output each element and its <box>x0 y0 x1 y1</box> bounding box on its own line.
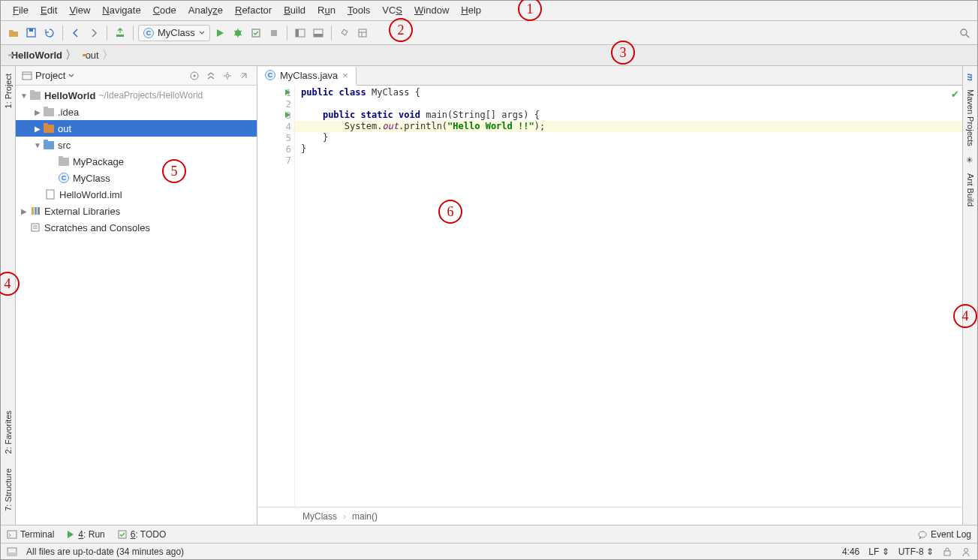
coverage-button[interactable] <box>248 25 264 41</box>
svg-rect-7 <box>296 29 299 37</box>
settings-button[interactable] <box>221 69 234 83</box>
menu-run[interactable]: Run <box>311 3 342 17</box>
tree-node-scratches[interactable]: Scratches and Consoles <box>16 219 257 236</box>
breadcrumb[interactable]: out 〉 <box>80 47 116 64</box>
menu-view[interactable]: View <box>63 3 96 17</box>
open-button[interactable] <box>5 25 22 41</box>
svg-rect-5 <box>271 30 277 36</box>
tool-window-project-button[interactable]: 1: Project <box>2 69 14 113</box>
expand-arrow-icon[interactable]: ▶ <box>32 125 43 133</box>
sync-button[interactable] <box>41 25 58 41</box>
tool-window-structure-button[interactable]: 7: Structure <box>2 464 14 516</box>
breadcrumb-item[interactable]: MyClass <box>302 511 337 522</box>
tree-node[interactable]: MyPackage <box>16 153 257 170</box>
separator <box>62 26 63 41</box>
back-button[interactable] <box>68 25 84 41</box>
toolbar: C MyClass <box>1 21 977 45</box>
tree-node-hint: ~/IdeaProjects/HelloWorld <box>98 90 203 101</box>
build-button[interactable] <box>112 25 128 41</box>
tree-node-label: MyPackage <box>73 156 124 167</box>
project-tree[interactable]: ▼ HelloWorld ~/IdeaProjects/HelloWorld ▶… <box>16 86 257 525</box>
project-structure-button[interactable] <box>354 25 371 41</box>
svg-point-3 <box>235 30 241 36</box>
expand-arrow-icon[interactable]: ▶ <box>19 207 29 215</box>
iml-icon <box>44 188 56 200</box>
menu-window[interactable]: Window <box>408 3 455 17</box>
tree-node[interactable]: ▼ src <box>16 137 257 153</box>
tree-node[interactable]: C MyClass <box>16 170 257 186</box>
settings-button[interactable] <box>336 25 353 41</box>
editor-tab[interactable]: C MyClass.java × <box>257 67 357 86</box>
event-log-icon <box>917 529 928 540</box>
hide-button[interactable] <box>237 69 251 83</box>
debug-button[interactable] <box>230 25 246 41</box>
menu-refactor[interactable]: Refactor <box>229 3 278 17</box>
left-tool-strip: 1: Project 2: Favorites 7: Structure <box>1 66 16 525</box>
menu-analyze[interactable]: Analyze <box>182 3 229 17</box>
bottom-tool-bar: Terminal 4: Run 6: TODO Event Log <box>1 525 977 543</box>
search-everywhere-button[interactable] <box>956 25 973 41</box>
tree-node[interactable]: ▶ .idea <box>16 104 257 120</box>
editor-gutter[interactable]: 1234567 <box>257 86 295 507</box>
menu-navigate[interactable]: Navigate <box>96 3 146 17</box>
tool-window-maven-button[interactable]: m Maven Projects <box>964 69 976 151</box>
expand-arrow-icon[interactable]: ▼ <box>19 92 29 100</box>
breadcrumb-label: out <box>86 50 99 61</box>
breadcrumb-item[interactable]: main() <box>352 511 378 522</box>
folder-icon <box>29 89 41 101</box>
tree-node-external-libraries[interactable]: ▶ External Libraries <box>16 203 257 219</box>
tree-node[interactable]: HelloWorld.iml <box>16 186 257 203</box>
editor-code[interactable]: public class MyClass { public static voi… <box>295 86 962 507</box>
collapse-all-button[interactable] <box>204 69 218 83</box>
tree-node-label: .idea <box>58 107 79 118</box>
svg-rect-23 <box>38 207 40 215</box>
svg-rect-10 <box>359 29 366 37</box>
tool-window-ant-button[interactable]: ✳ Ant Build <box>964 151 976 211</box>
tree-node-label: Scratches and Consoles <box>44 222 150 233</box>
editor[interactable]: 1234567 public class MyClass { public st… <box>257 86 962 507</box>
svg-rect-20 <box>47 190 54 199</box>
layout-button-2[interactable] <box>310 25 327 41</box>
stop-button[interactable] <box>266 25 282 41</box>
expand-arrow-icon[interactable]: ▶ <box>32 108 43 116</box>
menu-code[interactable]: Code <box>147 3 182 17</box>
svg-rect-9 <box>314 34 323 37</box>
close-icon[interactable]: × <box>342 70 348 81</box>
cursor-position[interactable]: 4:46 <box>842 546 859 557</box>
tool-window-terminal-button[interactable]: Terminal <box>7 529 54 540</box>
tree-node-label: External Libraries <box>44 206 120 217</box>
event-log-button[interactable]: Event Log <box>917 529 971 540</box>
hector-icon[interactable] <box>961 546 971 557</box>
menu-build[interactable]: Build <box>278 3 311 17</box>
tool-window-favorites-button[interactable]: 2: Favorites <box>2 406 14 458</box>
forward-button[interactable] <box>86 25 102 41</box>
tree-node-label: MyClass <box>73 173 110 184</box>
layout-button-1[interactable] <box>292 25 308 41</box>
expand-arrow-icon[interactable]: ▼ <box>32 141 43 149</box>
separator <box>331 26 332 41</box>
menu-edit[interactable]: Edit <box>35 3 63 17</box>
tool-window-run-button[interactable]: 4: Run <box>66 529 104 540</box>
breadcrumb[interactable]: HelloWorld 〉 <box>5 47 80 64</box>
status-icon[interactable] <box>7 546 17 557</box>
lock-icon[interactable] <box>943 546 952 557</box>
library-icon <box>29 205 41 217</box>
tree-node-root[interactable]: ▼ HelloWorld ~/IdeaProjects/HelloWorld <box>16 87 257 104</box>
tool-window-todo-button[interactable]: 6: TODO <box>117 529 167 540</box>
tree-node-selected[interactable]: ▶ out <box>16 120 257 137</box>
run-button[interactable] <box>212 25 228 41</box>
menu-tools[interactable]: Tools <box>342 3 376 17</box>
menu-help[interactable]: Help <box>455 3 487 17</box>
chevron-down-icon[interactable] <box>68 73 74 79</box>
save-all-button[interactable] <box>23 25 40 41</box>
editor-breadcrumb: MyClass › main() <box>257 507 962 525</box>
menu-file[interactable]: File <box>7 3 35 17</box>
menu-vcs[interactable]: VCS <box>376 3 408 17</box>
status-message: All files are up-to-date (34 minutes ago… <box>26 546 184 557</box>
file-encoding[interactable]: UTF-8 ⇕ <box>898 546 934 557</box>
run-icon <box>66 530 75 539</box>
line-separator[interactable]: LF ⇕ <box>868 546 889 557</box>
svg-rect-2 <box>116 35 124 37</box>
locate-button[interactable] <box>188 69 201 83</box>
run-config-selector[interactable]: C MyClass <box>138 25 210 41</box>
